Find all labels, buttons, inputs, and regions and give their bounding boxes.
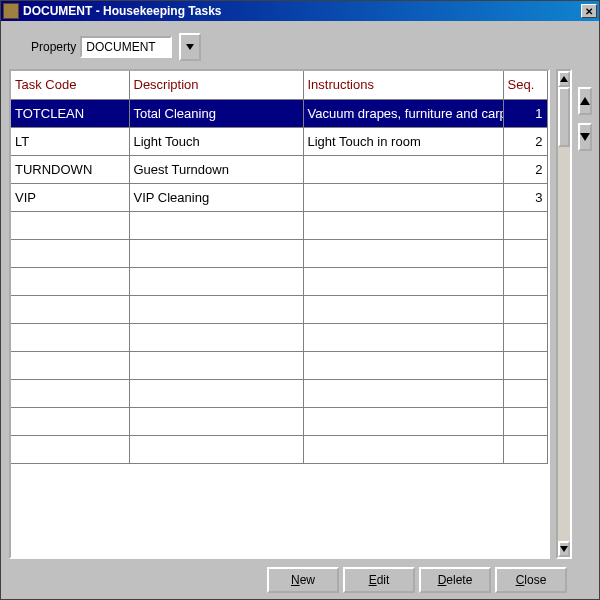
table-scroll: Task Code Description Instructions Seq. … (11, 71, 548, 557)
table-frame: Task Code Description Instructions Seq. … (9, 69, 550, 559)
cell-desc: Guest Turndown (129, 155, 303, 183)
cell-seq: 1 (503, 99, 547, 127)
main-row: Task Code Description Instructions Seq. … (9, 69, 591, 559)
cell-empty (303, 239, 503, 267)
cell-instr (303, 155, 503, 183)
chevron-down-icon (186, 44, 194, 50)
col-description[interactable]: Description (129, 71, 303, 99)
col-instructions[interactable]: Instructions (303, 71, 503, 99)
table-row[interactable] (11, 295, 547, 323)
move-down-button[interactable] (578, 123, 592, 151)
cell-empty (503, 407, 547, 435)
triangle-up-icon (560, 76, 568, 82)
table-row[interactable] (11, 379, 547, 407)
cell-empty (129, 407, 303, 435)
scrollbar-thumb[interactable] (558, 87, 570, 147)
cell-empty (503, 379, 547, 407)
cell-empty (11, 211, 129, 239)
arrow-down-icon (580, 133, 590, 141)
cell-empty (303, 407, 503, 435)
scrollbar-track[interactable] (558, 147, 570, 541)
col-seq[interactable]: Seq. (503, 71, 547, 99)
tasks-table[interactable]: Task Code Description Instructions Seq. … (11, 71, 548, 464)
cell-empty (303, 295, 503, 323)
cell-empty (11, 435, 129, 463)
cell-empty (303, 435, 503, 463)
cell-task: TURNDOWN (11, 155, 129, 183)
property-field-wrap (80, 36, 172, 58)
cell-empty (129, 267, 303, 295)
cell-instr: Light Touch in room (303, 127, 503, 155)
edit-button[interactable]: Edit (343, 567, 415, 593)
col-task-code[interactable]: Task Code (11, 71, 129, 99)
table-row[interactable] (11, 351, 547, 379)
triangle-down-icon (560, 546, 568, 552)
table-row[interactable] (11, 211, 547, 239)
new-button[interactable]: New (267, 567, 339, 593)
cell-empty (303, 211, 503, 239)
scroll-up-button[interactable] (558, 71, 570, 87)
table-row[interactable]: VIPVIP Cleaning3 (11, 183, 547, 211)
table-row[interactable] (11, 239, 547, 267)
cell-empty (129, 435, 303, 463)
cell-task: LT (11, 127, 129, 155)
close-window-button[interactable]: ✕ (581, 4, 597, 18)
cell-empty (129, 351, 303, 379)
cell-instr (303, 183, 503, 211)
cell-empty (503, 239, 547, 267)
cell-seq: 2 (503, 155, 547, 183)
table-row[interactable]: TOTCLEANTotal CleaningVacuum drapes, fur… (11, 99, 547, 127)
app-icon (3, 3, 19, 19)
delete-button[interactable]: Delete (419, 567, 491, 593)
cell-empty (129, 323, 303, 351)
table-row[interactable] (11, 323, 547, 351)
cell-empty (11, 351, 129, 379)
cell-empty (129, 379, 303, 407)
table-header-row: Task Code Description Instructions Seq. (11, 71, 547, 99)
vertical-scrollbar[interactable] (556, 69, 572, 559)
cell-empty (503, 295, 547, 323)
cell-empty (11, 239, 129, 267)
cell-task: TOTCLEAN (11, 99, 129, 127)
arrow-up-icon (580, 97, 590, 105)
cell-desc: Light Touch (129, 127, 303, 155)
cell-empty (503, 267, 547, 295)
cell-empty (11, 407, 129, 435)
table-row[interactable]: LTLight TouchLight Touch in room2 (11, 127, 547, 155)
table-row[interactable] (11, 267, 547, 295)
cell-empty (303, 323, 503, 351)
cell-instr: Vacuum drapes, furniture and carpe (303, 99, 503, 127)
property-row: Property (31, 33, 591, 61)
cell-desc: Total Cleaning (129, 99, 303, 127)
close-button[interactable]: Close (495, 567, 567, 593)
cell-empty (503, 323, 547, 351)
move-up-button[interactable] (578, 87, 592, 115)
cell-empty (129, 295, 303, 323)
table-row[interactable] (11, 435, 547, 463)
cell-empty (129, 239, 303, 267)
cell-empty (129, 211, 303, 239)
cell-empty (11, 379, 129, 407)
cell-empty (303, 351, 503, 379)
cell-empty (303, 267, 503, 295)
reorder-buttons (578, 69, 592, 559)
scroll-down-button[interactable] (558, 541, 570, 557)
property-label: Property (31, 40, 76, 54)
cell-empty (11, 323, 129, 351)
cell-empty (503, 351, 547, 379)
table-row[interactable]: TURNDOWNGuest Turndown2 (11, 155, 547, 183)
property-input[interactable] (82, 38, 170, 56)
cell-empty (11, 267, 129, 295)
window-title: DOCUMENT - Housekeeping Tasks (23, 4, 579, 18)
property-dropdown-button[interactable] (179, 33, 201, 61)
cell-empty (11, 295, 129, 323)
action-button-row: New Edit Delete Close (9, 567, 591, 593)
cell-empty (503, 211, 547, 239)
cell-seq: 3 (503, 183, 547, 211)
table-row[interactable] (11, 407, 547, 435)
cell-seq: 2 (503, 127, 547, 155)
close-icon: ✕ (585, 6, 593, 17)
cell-empty (503, 435, 547, 463)
client-area: Property Task Code Description Instruct (1, 21, 599, 599)
cell-desc: VIP Cleaning (129, 183, 303, 211)
